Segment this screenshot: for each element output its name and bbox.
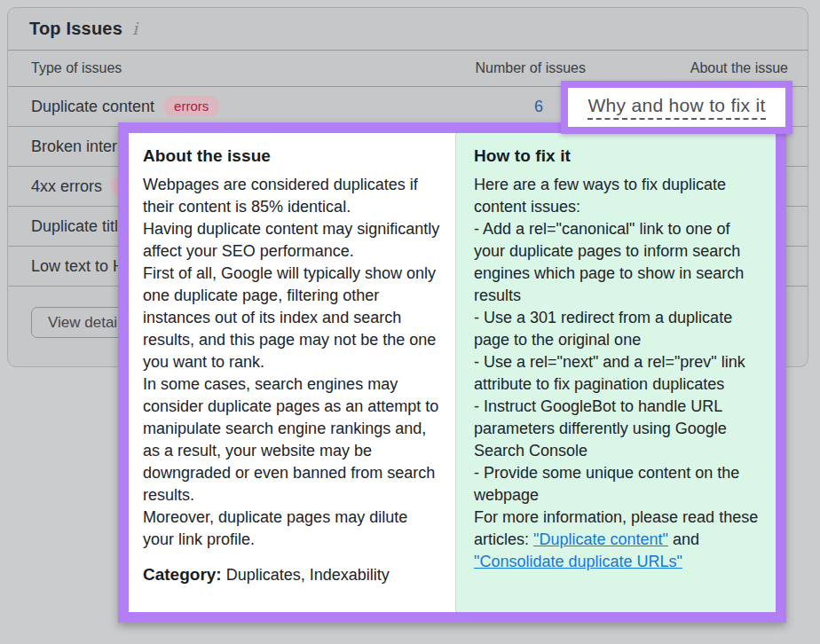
category-label: Category:	[143, 565, 222, 584]
column-header-number: Number of issues	[476, 60, 587, 76]
why-how-link-highlight: Why and how to fix it	[561, 81, 792, 134]
about-the-issue-pane: About the issue Webpages are considered …	[129, 133, 455, 612]
panel-title: Top Issues	[29, 19, 122, 39]
column-header-about: About the issue	[690, 60, 788, 76]
errors-badge: errors	[163, 96, 219, 117]
fix-body-text: Here are a few ways to fix duplicate con…	[474, 174, 765, 507]
consolidate-duplicate-urls-article-link[interactable]: "Consolidate duplicate URLs"	[474, 553, 682, 570]
category-value: Duplicates, Indexability	[226, 566, 390, 584]
why-how-link-background: Why and how to fix it	[568, 88, 785, 127]
issue-label: Duplicate content	[31, 98, 154, 116]
about-heading: About the issue	[143, 146, 443, 166]
issue-count-link[interactable]: 6	[534, 98, 543, 116]
more-info-line: For more information, please read these …	[474, 507, 765, 573]
how-to-fix-pane: How to fix it Here are a few ways to fix…	[455, 133, 776, 612]
issue-label: 4xx errors	[31, 177, 102, 196]
page-background: Top Issues i Type of issues Number of is…	[0, 0, 820, 644]
popup-columns: About the issue Webpages are considered …	[129, 133, 776, 612]
category-line: Category: Duplicates, Indexability	[143, 565, 443, 585]
more-info-and: and	[668, 530, 699, 548]
fix-heading: How to fix it	[474, 146, 765, 166]
why-how-to-fix-link[interactable]: Why and how to fix it	[587, 95, 765, 120]
issue-details-popup: About the issue Webpages are considered …	[118, 122, 786, 623]
info-icon[interactable]: i	[132, 20, 138, 37]
about-body-text: Webpages are considered duplicates if th…	[143, 174, 443, 551]
duplicate-content-article-link[interactable]: "Duplicate content"	[533, 530, 668, 548]
column-header-type: Type of issues	[31, 60, 122, 76]
panel-title-row: Top Issues i	[8, 8, 808, 51]
